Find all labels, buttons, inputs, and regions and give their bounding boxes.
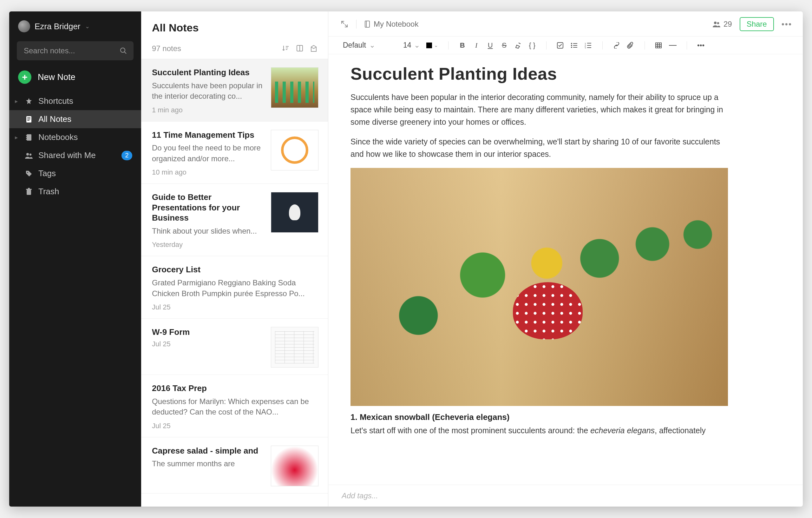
link-button[interactable] — [613, 42, 620, 49]
paragraph[interactable]: Succulents have been popular in the inte… — [350, 91, 725, 128]
notebook-breadcrumb[interactable]: My Notebook — [364, 20, 418, 29]
list-group: 123 — [557, 42, 592, 49]
bold-button[interactable]: B — [459, 41, 466, 50]
text-color-button[interactable]: ⌄ — [426, 42, 438, 48]
divider-button[interactable] — [669, 45, 676, 46]
chevron-down-icon: ⌄ — [434, 42, 438, 48]
note-card-time: Jul 25 — [152, 303, 318, 311]
caret-right-icon: ▸ — [15, 134, 19, 141]
separator — [644, 41, 645, 50]
nav-shortcuts[interactable]: ▸ Shortcuts — [9, 92, 141, 110]
checkbox-button[interactable] — [557, 42, 564, 49]
note-card-thumbnail — [271, 327, 318, 367]
chevron-down-icon: ⌄ — [369, 41, 375, 50]
font-name: Default — [343, 41, 366, 50]
sort-icon[interactable] — [282, 45, 289, 52]
svg-point-0 — [120, 48, 125, 52]
note-card-title: Succulent Planting Ideas — [152, 67, 264, 78]
svg-rect-33 — [587, 45, 591, 46]
note-content[interactable]: Succulent Planting Ideas Succulents have… — [328, 54, 803, 485]
nav-label: Trash — [38, 187, 59, 196]
svg-rect-26 — [573, 43, 577, 44]
text: , affectionately — [655, 426, 706, 435]
highlight-button[interactable] — [515, 42, 522, 49]
code-button[interactable]: { } — [528, 41, 536, 50]
strikethrough-button[interactable]: S — [500, 41, 508, 50]
style-group: B I U S { } — [459, 41, 536, 50]
toolbar-more-button[interactable]: ••• — [697, 41, 705, 50]
divider — [356, 20, 356, 29]
svg-point-21 — [717, 22, 719, 24]
nav-shared[interactable]: Shared with Me 2 — [9, 146, 141, 164]
italic-button[interactable]: I — [473, 41, 480, 50]
new-note-button[interactable]: + New Note — [9, 67, 141, 92]
editor-panel: My Notebook 29 Share ••• Default ⌄ — [328, 11, 803, 507]
caret-right-icon: ▸ — [15, 98, 19, 105]
view-toggle-icon[interactable] — [296, 45, 303, 52]
insert-group — [613, 42, 634, 49]
note-title[interactable]: Succulent Planting Ideas — [350, 64, 781, 83]
editor-header-left: My Notebook — [340, 20, 418, 29]
note-image[interactable] — [350, 168, 728, 406]
nav-label: Tags — [38, 168, 56, 179]
tag-input[interactable] — [342, 491, 789, 500]
editor-header: My Notebook 29 Share ••• — [328, 11, 803, 36]
nav-notebooks[interactable]: ▸ Notebooks — [9, 128, 141, 146]
attachment-button[interactable] — [627, 42, 634, 49]
note-card[interactable]: W-9 FormJul 25 — [141, 319, 328, 375]
note-card-title: W-9 Form — [152, 327, 264, 337]
nav-label: Shortcuts — [38, 96, 73, 106]
note-card[interactable]: 2016 Tax PrepQuestions for Marilyn: Whic… — [141, 375, 328, 437]
note-card-snippet: Grated Parmigiano Reggiano Baking Soda C… — [152, 277, 318, 299]
chevron-down-icon: ⌄ — [414, 41, 420, 50]
note-card[interactable]: Guide to Better Presentations for your B… — [141, 184, 328, 256]
more-icon[interactable]: ••• — [782, 19, 792, 29]
heading[interactable]: 1. Mexican snowball (Echeveria elegans) — [350, 412, 781, 422]
font-size-select[interactable]: 14 ⌄ — [403, 41, 420, 50]
account-switcher[interactable]: Ezra Bridger ⌄ — [9, 15, 141, 38]
note-card-snippet: Do you feel the need to be more organize… — [152, 142, 264, 164]
font-size: 14 — [403, 41, 411, 50]
bullet-list-button[interactable] — [571, 42, 578, 49]
svg-rect-28 — [573, 47, 577, 48]
svg-point-10 — [26, 153, 29, 156]
nav-all-notes[interactable]: All Notes — [9, 110, 141, 128]
svg-rect-8 — [26, 137, 27, 138]
svg-rect-6 — [27, 134, 31, 141]
share-button[interactable]: Share — [740, 17, 774, 31]
svg-rect-7 — [26, 135, 27, 136]
username: Ezra Bridger — [35, 22, 81, 31]
table-button[interactable] — [655, 42, 663, 49]
font-select[interactable]: Default ⌄ — [343, 41, 397, 50]
svg-rect-34 — [587, 47, 591, 48]
paragraph[interactable]: Since the wide variety of species can be… — [350, 136, 725, 160]
svg-rect-9 — [26, 139, 27, 140]
app-window: Ezra Bridger ⌄ + New Note ▸ Shortcuts — [9, 11, 803, 507]
note-card-time: Jul 25 — [152, 340, 264, 348]
note-card-snippet: Succulents have been popular in the inte… — [152, 80, 264, 102]
nav-trash[interactable]: Trash — [9, 183, 141, 200]
note-card-title: Caprese salad - simple and — [152, 446, 264, 456]
share-count[interactable]: 29 — [712, 20, 732, 29]
svg-point-12 — [27, 172, 28, 173]
people-icon — [24, 152, 33, 159]
underline-button[interactable]: U — [487, 41, 494, 50]
paragraph[interactable]: Let's start off with one of the most pro… — [350, 425, 781, 437]
svg-rect-15 — [28, 188, 30, 189]
numbered-list-button[interactable]: 123 — [585, 42, 592, 49]
search-input[interactable] — [17, 41, 134, 60]
nav-label: Shared with Me — [38, 151, 96, 160]
note-card[interactable]: Grocery ListGrated Parmigiano Reggiano B… — [141, 256, 328, 319]
reminder-icon[interactable] — [310, 45, 317, 52]
sidebar: Ezra Bridger ⌄ + New Note ▸ Shortcuts — [9, 11, 141, 507]
svg-rect-13 — [27, 190, 31, 195]
note-list-subheader: 97 notes — [141, 37, 328, 59]
format-toolbar: Default ⌄ 14 ⌄ ⌄ B I U S — [328, 36, 803, 54]
note-card[interactable]: 11 Time Management TipsDo you feel the n… — [141, 121, 328, 184]
block-group — [655, 42, 676, 49]
expand-icon[interactable] — [340, 20, 349, 28]
nav-tags[interactable]: Tags — [9, 164, 141, 183]
note-list-scroll[interactable]: Succulent Planting IdeasSucculents have … — [141, 59, 328, 507]
note-card[interactable]: Caprese salad - simple andThe summer mon… — [141, 437, 328, 494]
note-card[interactable]: Succulent Planting IdeasSucculents have … — [141, 59, 328, 121]
